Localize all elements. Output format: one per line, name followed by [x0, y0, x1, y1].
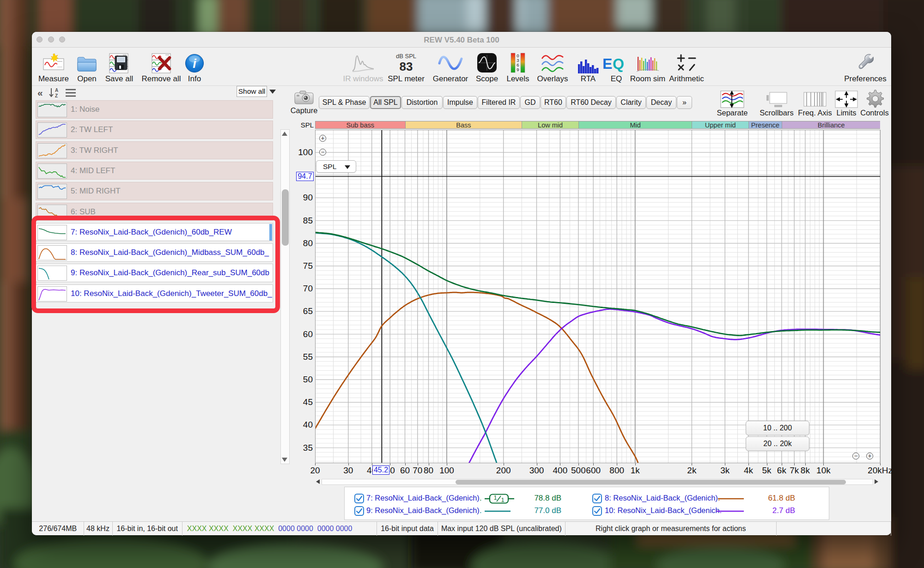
svg-text:1: 1	[501, 496, 504, 503]
svg-text:i: i	[193, 57, 196, 71]
svg-text:83: 83	[400, 60, 413, 73]
svg-text:dB SPL: dB SPL	[396, 53, 416, 60]
svg-text:1: 1	[493, 494, 497, 501]
svg-text:Q: Q	[613, 55, 624, 72]
svg-text:9: 9	[517, 67, 519, 72]
svg-text:A: A	[55, 88, 58, 93]
svg-text:Z: Z	[55, 93, 58, 98]
svg-text:E: E	[602, 55, 612, 72]
